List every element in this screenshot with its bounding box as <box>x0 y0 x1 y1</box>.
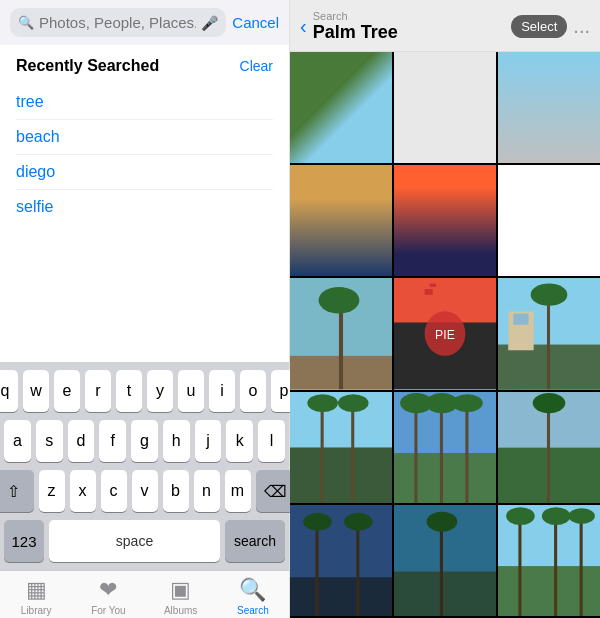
search-item-beach[interactable]: beach <box>16 120 273 155</box>
key-d[interactable]: d <box>68 420 95 462</box>
back-button[interactable]: ‹ <box>300 15 307 38</box>
keyboard-row-4: 123 space search <box>4 520 285 562</box>
bottom-navigation: ▦ Library ❤ For You ▣ Albums 🔍 Search <box>0 570 289 618</box>
search-result-title: Palm Tree <box>313 22 506 43</box>
photo-cell-3[interactable] <box>498 52 600 163</box>
search-key[interactable]: search <box>225 520 285 562</box>
select-button[interactable]: Select <box>511 15 567 38</box>
key-q[interactable]: q <box>0 370 18 412</box>
nav-item-library[interactable]: ▦ Library <box>0 577 72 616</box>
shift-key[interactable]: ⇧ <box>0 470 34 512</box>
clear-button[interactable]: Clear <box>240 58 273 74</box>
svg-rect-15 <box>513 314 528 325</box>
search-input-wrapper: 🔍 🎤 <box>10 8 226 37</box>
photo-cell-6[interactable] <box>498 165 600 276</box>
search-item-diego[interactable]: diego <box>16 155 273 190</box>
right-header-title-area: Search Palm Tree <box>313 10 506 43</box>
photo-cell-1[interactable] <box>290 52 392 163</box>
keyboard: q w e r t y u i o p a s d f g h j k l ⇧ … <box>0 362 289 570</box>
photo-cell-12[interactable] <box>498 392 600 503</box>
key-s[interactable]: s <box>36 420 63 462</box>
svg-point-47 <box>506 507 535 525</box>
svg-rect-24 <box>440 397 443 503</box>
key-z[interactable]: z <box>39 470 65 512</box>
key-a[interactable]: a <box>4 420 31 462</box>
svg-point-33 <box>533 393 566 413</box>
search-input[interactable] <box>39 14 196 31</box>
key-k[interactable]: k <box>226 420 253 462</box>
svg-rect-46 <box>518 510 521 616</box>
key-f[interactable]: f <box>99 420 126 462</box>
nav-item-albums[interactable]: ▣ Albums <box>145 577 217 616</box>
key-o[interactable]: o <box>240 370 266 412</box>
search-item-tree[interactable]: tree <box>16 85 273 120</box>
key-c[interactable]: c <box>101 470 127 512</box>
photo-cell-7[interactable] <box>290 278 392 389</box>
search-nav-label: Search <box>237 605 269 616</box>
photo-cell-9[interactable] <box>498 278 600 389</box>
key-v[interactable]: v <box>132 470 158 512</box>
key-w[interactable]: w <box>23 370 49 412</box>
key-x[interactable]: x <box>70 470 96 512</box>
svg-point-43 <box>427 511 458 531</box>
more-options-button[interactable]: ... <box>573 15 590 38</box>
recently-header: Recently Searched Clear <box>16 57 273 75</box>
photo-cell-15[interactable] <box>498 505 600 616</box>
photo-cell-14[interactable] <box>394 505 496 616</box>
nav-item-search[interactable]: 🔍 Search <box>217 577 289 616</box>
key-b[interactable]: b <box>163 470 189 512</box>
svg-rect-26 <box>414 397 417 503</box>
keyboard-row-3: ⇧ z x c v b n m ⌫ <box>4 470 285 512</box>
key-g[interactable]: g <box>131 420 158 462</box>
svg-rect-28 <box>465 397 468 503</box>
recently-searched-section: Recently Searched Clear tree beach diego… <box>0 45 289 230</box>
left-panel: 🔍 🎤 Cancel Recently Searched Clear tree … <box>0 0 290 618</box>
svg-rect-23 <box>394 453 496 503</box>
photo-cell-5[interactable] <box>394 165 496 276</box>
key-l[interactable]: l <box>258 420 285 462</box>
svg-point-37 <box>303 513 332 531</box>
keyboard-row-1: q w e r t y u i o p <box>4 370 285 412</box>
photo-cell-4[interactable] <box>290 165 392 276</box>
key-e[interactable]: e <box>54 370 80 412</box>
cancel-button[interactable]: Cancel <box>232 14 279 31</box>
key-h[interactable]: h <box>163 420 190 462</box>
key-y[interactable]: y <box>147 370 173 412</box>
key-i[interactable]: i <box>209 370 235 412</box>
right-panel: ‹ Search Palm Tree Select ... <box>290 0 600 618</box>
key-m[interactable]: m <box>225 470 251 512</box>
svg-rect-2 <box>339 301 343 390</box>
photo-cell-2[interactable] <box>394 52 496 163</box>
svg-text:PIE: PIE <box>435 327 455 343</box>
albums-label: Albums <box>164 605 197 616</box>
svg-point-39 <box>344 513 373 531</box>
for-you-label: For You <box>91 605 125 616</box>
right-header: ‹ Search Palm Tree Select ... <box>290 0 600 52</box>
photo-cell-10[interactable] <box>290 392 392 503</box>
library-icon: ▦ <box>26 577 47 603</box>
svg-point-27 <box>400 393 433 413</box>
key-u[interactable]: u <box>178 370 204 412</box>
key-r[interactable]: r <box>85 370 111 412</box>
numbers-key[interactable]: 123 <box>4 520 44 562</box>
space-key[interactable]: space <box>49 520 220 562</box>
svg-point-19 <box>307 394 338 412</box>
photo-cell-11[interactable] <box>394 392 496 503</box>
nav-item-for-you[interactable]: ❤ For You <box>72 577 144 616</box>
key-n[interactable]: n <box>194 470 220 512</box>
mic-icon[interactable]: 🎤 <box>201 15 218 31</box>
svg-point-51 <box>568 508 595 524</box>
svg-rect-6 <box>425 290 433 296</box>
svg-rect-17 <box>290 447 392 503</box>
photo-cell-13[interactable] <box>290 505 392 616</box>
svg-rect-38 <box>356 516 359 616</box>
library-label: Library <box>21 605 52 616</box>
key-j[interactable]: j <box>195 420 222 462</box>
key-t[interactable]: t <box>116 370 142 412</box>
svg-rect-7 <box>430 284 436 287</box>
search-context-label: Search <box>313 10 506 22</box>
search-bar: 🔍 🎤 Cancel <box>0 0 289 45</box>
search-item-selfie[interactable]: selfie <box>16 190 273 224</box>
for-you-icon: ❤ <box>99 577 117 603</box>
photo-cell-8[interactable]: PIE <box>394 278 496 389</box>
